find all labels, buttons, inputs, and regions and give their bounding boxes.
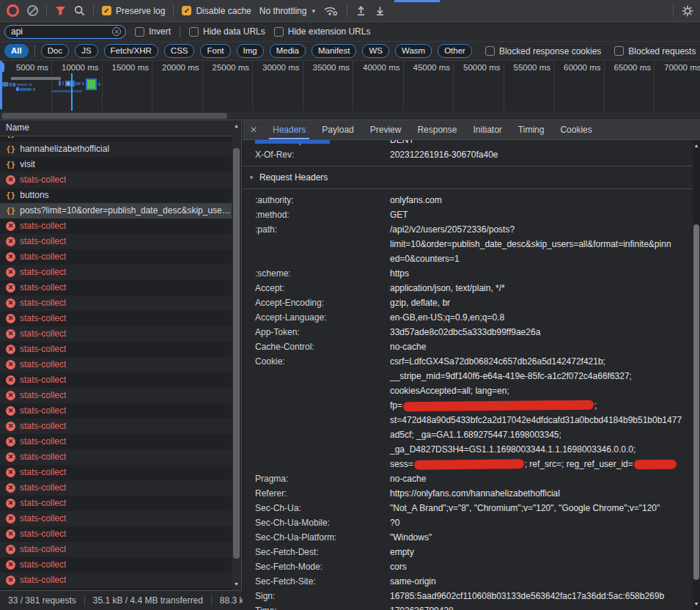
request-row[interactable]: ✕stats-collect	[0, 311, 232, 326]
disable-cache-checkbox[interactable]: ✓ Disable cache	[182, 6, 251, 16]
overview-scrollbar-thumb[interactable]	[1, 113, 227, 119]
import-har-icon[interactable]	[355, 5, 366, 16]
tab-headers[interactable]: Headers	[265, 120, 314, 139]
request-row[interactable]: ✕stats-collect	[0, 234, 232, 249]
details-scrollbar-thumb[interactable]	[693, 224, 699, 580]
request-row[interactable]: ✕stats-collect	[0, 526, 232, 542]
request-name: posts?limit=10&order=publish_date_desc&s…	[20, 203, 232, 218]
record-button[interactable]	[7, 4, 19, 17]
filter-blocked-requests[interactable]: ✓Blocked requests	[614, 46, 696, 56]
header-name: Sec-Fetch-Site:	[255, 574, 390, 589]
request-row[interactable]: ✕stats-collect	[0, 372, 232, 388]
type-chip-js[interactable]: JS	[75, 44, 97, 58]
type-chip-css[interactable]: CSS	[164, 44, 195, 58]
request-row[interactable]: ✕stats-collect	[0, 249, 232, 265]
type-chip-ws[interactable]: WS	[362, 44, 389, 58]
request-row[interactable]: ✕stats-collect	[0, 449, 232, 465]
type-chip-doc[interactable]: Doc	[41, 44, 69, 58]
type-chip-fetch-xhr[interactable]: Fetch/XHR	[104, 44, 158, 58]
export-har-icon[interactable]	[375, 5, 386, 16]
network-overview[interactable]: 5000 ms10000 ms15000 ms20000 ms25000 ms3…	[0, 61, 700, 120]
request-row[interactable]: ✕stats-collect	[0, 357, 232, 372]
type-chip-manifest[interactable]: Manifest	[312, 44, 356, 58]
error-icon: ✕	[6, 360, 15, 370]
request-row[interactable]: ✕stats-collect	[0, 542, 232, 557]
request-name: stats-collect	[20, 326, 66, 342]
scroll-down-icon[interactable]: ▼	[693, 600, 700, 609]
request-row[interactable]: ✕stats-collect	[0, 342, 232, 357]
type-chip-img[interactable]: Img	[237, 44, 264, 58]
settings-gear-icon[interactable]	[682, 5, 693, 17]
type-chip-other[interactable]: Other	[438, 44, 472, 58]
header-value: no-cache	[390, 471, 693, 486]
type-chip-media[interactable]: Media	[270, 44, 306, 58]
type-chip-font[interactable]: Font	[200, 44, 230, 58]
tab-timing[interactable]: Timing	[510, 120, 553, 139]
request-row[interactable]: ✕stats-collect	[0, 218, 232, 234]
request-row[interactable]: {}hannahelizabethofficial	[0, 142, 232, 157]
tab-initiator[interactable]: Initiator	[465, 120, 509, 139]
overview-horizontal-scrollbar[interactable]	[0, 111, 700, 120]
filter-option-hide-extension-urls[interactable]: ✓Hide extension URLs	[274, 26, 371, 37]
request-row[interactable]: ✕stats-collect	[0, 326, 232, 342]
scroll-up-icon[interactable]: ▲	[232, 122, 241, 131]
filter-option-hide-data-urls[interactable]: ✓Hide data URLs	[189, 26, 265, 37]
request-row[interactable]: ✕stats-collect	[0, 557, 232, 573]
request-row[interactable]: ✕stats-collect	[0, 280, 232, 295]
clear-button[interactable]	[27, 5, 38, 16]
section-divider	[243, 188, 693, 189]
filter-input[interactable]: api ✕	[4, 25, 126, 39]
close-icon[interactable]: ✕	[243, 125, 265, 135]
type-chip-wasm[interactable]: Wasm	[395, 44, 432, 58]
request-row[interactable]: ✕stats-collect	[0, 434, 232, 449]
throttling-select[interactable]: No throttling ▾	[259, 6, 315, 16]
header-row: :authority:onlyfans.com	[243, 193, 693, 207]
request-name: stats-collect	[20, 511, 66, 526]
request-details-panel: ✕ HeadersPayloadPreviewResponseInitiator…	[243, 120, 700, 610]
request-row[interactable]: ✕stats-collect	[0, 480, 232, 496]
error-icon: ✕	[6, 406, 15, 416]
waterfall-bar	[1, 82, 8, 87]
request-row[interactable]: {}buttons	[0, 188, 232, 203]
filter-blocked-response-cookies[interactable]: ✓Blocked response cookies	[485, 46, 601, 56]
tab-response[interactable]: Response	[409, 120, 465, 139]
scroll-down-icon[interactable]: ▼	[232, 580, 241, 589]
error-icon: ✕	[6, 437, 15, 447]
requests-scrollbar[interactable]: ▲ ▼	[232, 120, 241, 590]
scroll-up-icon[interactable]: ▲	[693, 142, 700, 150]
request-row[interactable]: {}posts?limit=10&order=publish_date_desc…	[0, 203, 232, 218]
filter-option-invert[interactable]: ✓Invert	[135, 26, 171, 37]
header-name: :method:	[255, 207, 390, 222]
status-requests: 33 / 381 requests	[0, 595, 84, 606]
request-row[interactable]: ✕stats-collect	[0, 265, 232, 280]
filter-icon[interactable]	[55, 6, 66, 16]
request-row[interactable]: ✕stats-collect	[0, 496, 232, 511]
name-column-header[interactable]: Name	[0, 120, 241, 136]
requests-scrollbar-thumb[interactable]	[233, 148, 240, 559]
request-row[interactable]: ✕stats-collect	[0, 388, 232, 403]
request-row[interactable]: ✕stats-collect	[0, 295, 232, 311]
request-row[interactable]: ✕stats-collect	[0, 573, 232, 588]
request-row[interactable]: ✕stats-collect	[0, 465, 232, 480]
details-scrollbar[interactable]: ▲ ▼	[693, 140, 700, 610]
checkbox-box-icon: ✓	[274, 27, 284, 37]
search-icon[interactable]	[74, 5, 85, 16]
header-row: Accept-Encoding:gzip, deflate, br	[243, 295, 693, 310]
request-row[interactable]: {}init	[0, 136, 232, 142]
request-row[interactable]: ✕stats-collect	[0, 511, 232, 526]
error-icon: ✕	[6, 268, 15, 277]
tab-cookies[interactable]: Cookies	[552, 120, 600, 139]
timeline-tick-label: 55000 ms	[505, 63, 550, 72]
request-row[interactable]: ✕stats-collect	[0, 172, 232, 188]
preserve-log-checkbox[interactable]: ✓ Preserve log	[102, 6, 165, 16]
preserve-log-label: Preserve log	[116, 6, 165, 16]
request-row[interactable]: {}visit	[0, 157, 232, 172]
request-row[interactable]: ✕stats-collect	[0, 403, 232, 419]
tab-preview[interactable]: Preview	[362, 120, 410, 139]
request-row[interactable]: ✕stats-collect	[0, 419, 232, 434]
tab-payload[interactable]: Payload	[314, 120, 361, 139]
type-chip-all[interactable]: All	[4, 44, 29, 58]
clear-filter-icon[interactable]: ✕	[112, 27, 121, 36]
network-conditions-icon[interactable]	[323, 5, 339, 16]
request-headers-section-header[interactable]: ▼Request Headers	[243, 170, 693, 185]
